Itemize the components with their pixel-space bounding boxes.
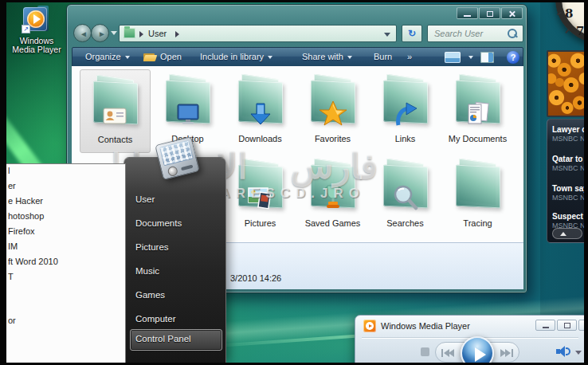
wmp-window-icon (363, 320, 376, 332)
folder-icon (123, 28, 135, 38)
start-menu-documents[interactable]: Documents (135, 218, 182, 228)
news-item[interactable]: Lawyer co MSNBC N. (552, 125, 588, 143)
media-player-window: Windows Media Player (355, 315, 588, 365)
folder-label: Searches (386, 218, 423, 228)
folder-item-my-documents[interactable]: My Documents (442, 69, 513, 153)
folder-item-links[interactable]: Links (370, 69, 441, 153)
folder-item-downloads[interactable]: Downloads (225, 69, 296, 153)
back-button[interactable]: ◄ (73, 24, 92, 42)
include-in-library-menu[interactable]: Include in library (200, 52, 272, 61)
stop-button[interactable] (421, 347, 429, 356)
news-item[interactable]: Town says MSNBC N. (552, 184, 588, 202)
search-icon (508, 29, 518, 39)
folder-item-favorites[interactable]: Favorites (297, 69, 368, 153)
folder-label: Pictures (245, 218, 276, 228)
folder-item-saved-games[interactable]: Saved Games (297, 154, 368, 237)
news-pager[interactable] (552, 228, 582, 239)
minimize-button[interactable] (457, 7, 478, 19)
news-item[interactable]: Suspect in MSNBC N. (552, 212, 588, 230)
program-item[interactable]: IM (8, 241, 18, 251)
date-modified-text: 3/2010 14:26 (230, 273, 281, 283)
folder-item-tracing[interactable]: Tracing (442, 154, 513, 237)
folder-item-pictures[interactable]: Pictures (225, 154, 296, 237)
folder-label: Favorites (315, 134, 351, 143)
volume-icon[interactable] (556, 346, 570, 357)
shortcut-label: Windows Media Player (11, 37, 62, 54)
trophy-icon (319, 184, 347, 211)
burn-button[interactable]: Burn (374, 52, 392, 61)
folder-label: My Documents (449, 134, 507, 143)
views-dropdown[interactable] (468, 56, 473, 59)
forward-button[interactable]: ► (91, 24, 109, 42)
start-menu-control-panel[interactable]: Control Panel (135, 334, 191, 343)
start-menu-left-panel: l er e Hacker hotoshop Firefox IM ft Wor… (6, 163, 126, 363)
wmp-icon: ↗ (22, 4, 52, 34)
search-box[interactable]: Search User (427, 25, 523, 42)
refresh-button[interactable]: ↻ (402, 25, 422, 42)
breadcrumb[interactable]: User (119, 25, 397, 42)
address-bar: ◄ ► User ↻ Search User (67, 21, 527, 47)
folder-label: Contacts (98, 135, 132, 144)
program-item[interactable]: hotoshop (8, 211, 44, 221)
chevron-right-icon (139, 31, 143, 37)
photos-icon (247, 186, 274, 211)
contacts-card-icon (102, 104, 129, 128)
start-menu-computer[interactable]: Computer (135, 314, 176, 324)
monitor-icon (174, 103, 202, 127)
start-menu-pictures[interactable]: Pictures (135, 242, 169, 252)
desktop-shortcut-wmp[interactable]: ↗ Windows Media Player (11, 4, 62, 54)
documents-icon (465, 101, 492, 127)
folder-label: Downloads (238, 134, 281, 143)
minimize-button[interactable] (535, 320, 555, 331)
search-placeholder: Search User (434, 29, 483, 38)
screen-border (0, 0, 6, 365)
play-button[interactable] (461, 336, 494, 365)
photo-gadget[interactable] (547, 50, 588, 117)
folder-item-contacts[interactable]: Contacts (80, 69, 151, 153)
program-item[interactable]: l (8, 166, 10, 175)
organize-menu[interactable]: Organize (85, 52, 130, 61)
folder-label: Links (395, 134, 416, 143)
program-item[interactable]: er (8, 181, 16, 190)
views-icon[interactable] (445, 52, 461, 63)
chevron-right-icon[interactable] (175, 31, 179, 37)
up-arrow-icon (560, 232, 566, 236)
star-icon (319, 100, 347, 127)
open-folder-icon (143, 52, 156, 62)
download-arrow-icon (247, 101, 274, 127)
start-menu-games[interactable]: Games (135, 290, 165, 300)
clock-tick (557, 12, 562, 15)
recent-pages-dropdown[interactable] (111, 31, 117, 35)
address-dropdown[interactable] (384, 33, 390, 37)
news-item[interactable]: Qatar to h MSNBC N. (552, 155, 588, 172)
magnifier-icon (391, 184, 420, 211)
open-button[interactable]: Open (160, 52, 182, 61)
start-menu-user[interactable]: User (135, 194, 155, 204)
screen-border (0, 0, 588, 2)
close-button[interactable] (501, 7, 523, 19)
wmp-window-title: Windows Media Player (381, 321, 470, 331)
start-menu-right-panel: User Documents Pictures Music Games Comp… (123, 157, 226, 363)
folder-label: Saved Games (305, 218, 361, 228)
volume-dropdown[interactable] (575, 351, 582, 355)
program-item[interactable]: or (8, 316, 16, 325)
share-with-menu[interactable]: Share with (302, 52, 352, 61)
maximize-button[interactable] (557, 320, 577, 331)
maximize-button[interactable] (479, 7, 500, 19)
breadcrumb-item[interactable]: User (148, 29, 167, 38)
preview-pane-icon[interactable] (480, 52, 494, 63)
program-item[interactable]: Firefox (8, 226, 35, 236)
folder-item-searches[interactable]: Searches (370, 154, 441, 237)
curved-arrow-icon (392, 101, 419, 127)
shortcut-arrow-icon: ↗ (22, 25, 30, 33)
more-commands-chevron[interactable]: » (407, 52, 412, 61)
folder-label: Tracing (463, 218, 492, 228)
program-item[interactable]: T (8, 272, 14, 281)
window-controls (456, 7, 523, 19)
help-icon[interactable]: ? (507, 51, 519, 64)
program-item[interactable]: ft Word 2010 (8, 257, 58, 266)
start-menu-music[interactable]: Music (135, 266, 159, 276)
news-feed-gadget[interactable]: Lawyer co MSNBC N. Qatar to h MSNBC N. T… (547, 119, 588, 243)
wmp-window-controls (534, 320, 588, 331)
program-item[interactable]: e Hacker (8, 196, 43, 206)
